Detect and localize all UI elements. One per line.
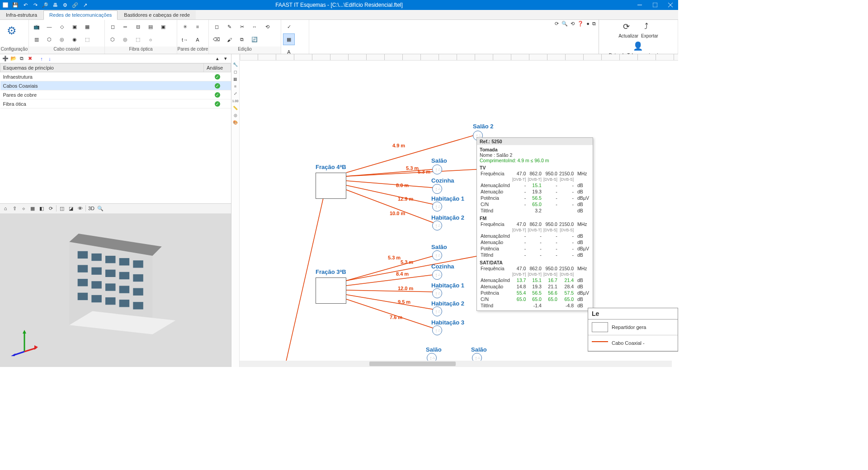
socket-hab2-3b[interactable]: ⋮∴ — [432, 306, 442, 316]
schema-row[interactable]: Cabos Coaxiais✓ — [0, 81, 231, 90]
undo-icon[interactable]: ↶ — [22, 1, 29, 9]
tab-redes[interactable]: Redes de telecomunicações — [43, 10, 118, 20]
edit-a-icon[interactable]: ◻ — [211, 21, 222, 33]
socket-hab2-4b[interactable]: ⋮∴ — [432, 221, 442, 230]
copy-icon[interactable]: ⧉ — [18, 55, 25, 62]
socket-cozinha-3b[interactable]: ⋮∴ — [432, 270, 442, 280]
v3d-zoom-icon[interactable]: 🔍 — [97, 205, 104, 212]
edit-b-icon[interactable]: ✎ — [223, 21, 235, 33]
edit-copy-icon[interactable]: ⧉ — [236, 34, 248, 46]
distribution-box-3b[interactable] — [316, 277, 346, 304]
socket-hab1-4b[interactable]: ⋮∴ — [432, 202, 442, 212]
fibra-i-icon[interactable]: ○ — [145, 34, 156, 46]
socket-cozinha-4b[interactable]: ⋮∴ — [432, 184, 442, 194]
tool-target-icon[interactable]: ◎ — [232, 112, 239, 118]
v3d-i-icon[interactable]: 👁 — [76, 205, 84, 212]
tool-measure-icon[interactable]: 📏 — [232, 105, 239, 111]
fibra-a-icon[interactable]: ◻ — [107, 21, 118, 33]
edit-c-icon[interactable]: ✂ — [236, 21, 248, 33]
pares-a-icon[interactable]: ✳ — [179, 21, 191, 33]
socket-hab1-3b[interactable]: ⋮∴ — [432, 288, 442, 298]
move-down-icon[interactable]: ↓ — [46, 55, 53, 62]
move-up-icon[interactable]: ↑ — [38, 55, 45, 62]
tab-infra[interactable]: Infra-estrutura — [0, 10, 43, 19]
tool-100-icon[interactable]: 1.00 — [232, 98, 239, 104]
coax-device-icon[interactable]: ▥ — [31, 34, 42, 46]
pares-c-icon[interactable]: t→ — [179, 34, 191, 46]
close-button[interactable] — [663, 0, 678, 10]
pares-b-icon[interactable]: ≡ — [192, 21, 203, 33]
export-icon[interactable]: ↗ — [81, 1, 89, 9]
distribution-box-4b[interactable] — [316, 173, 346, 199]
fibra-b-icon[interactable]: ═ — [119, 21, 131, 33]
rh-a-icon[interactable]: ⟳ — [555, 21, 559, 27]
calc-check-icon[interactable]: ✓ — [283, 21, 295, 33]
expand-icon[interactable]: ▾ — [222, 55, 229, 62]
pares-d-icon[interactable]: A — [192, 34, 203, 46]
schema-row[interactable]: Infraestrutura✓ — [0, 72, 231, 81]
tool-line-icon[interactable]: ≡ — [232, 83, 239, 89]
find-icon[interactable]: 🔎 — [42, 1, 49, 9]
socket-salao-4b[interactable]: ⋮∴ — [432, 164, 442, 174]
redo-icon[interactable]: ↷ — [32, 1, 39, 9]
fibra-f-icon[interactable]: ⬡ — [107, 34, 118, 46]
rh-e-icon[interactable]: ● — [586, 21, 590, 27]
3d-viewport[interactable] — [0, 214, 231, 367]
fibra-e-icon[interactable]: ▣ — [157, 21, 169, 33]
v3d-h-icon[interactable]: ◪ — [67, 205, 75, 212]
config-gear-icon[interactable]: ⚙ — [2, 21, 22, 41]
v3d-c-icon[interactable]: ⟐ — [20, 205, 27, 212]
coax-amp-icon[interactable]: ▣ — [69, 21, 80, 33]
delete-icon[interactable]: ✖ — [26, 55, 33, 62]
coax-a-icon[interactable]: ⬡ — [43, 34, 55, 46]
calc-grid-icon[interactable]: ▦ — [283, 33, 295, 45]
rh-f-icon[interactable]: ⧉ — [592, 21, 596, 27]
tab-bastidores[interactable]: Bastidores e cabeças de rede — [118, 10, 196, 19]
settings-icon[interactable]: ⚙ — [61, 1, 69, 9]
edit-brush-icon[interactable]: 🖌 — [223, 34, 235, 46]
v3d-f-icon[interactable]: ⟳ — [47, 205, 54, 212]
v3d-g-icon[interactable]: ◫ — [58, 205, 66, 212]
coax-b-icon[interactable]: ◎ — [56, 34, 68, 46]
coax-chip-icon[interactable]: ▦ — [81, 21, 93, 33]
bim-export-button[interactable]: ⤴Exportar — [641, 22, 658, 38]
tool-wrench-icon[interactable]: 🔧 — [232, 61, 239, 68]
coax-tv-icon[interactable]: 📺 — [31, 21, 42, 33]
open-icon[interactable]: 📂 — [10, 55, 17, 62]
fibra-g-icon[interactable]: ◎ — [119, 34, 131, 46]
v3d-b-icon[interactable]: ⇪ — [11, 205, 18, 212]
fibra-h-icon[interactable]: ⬚ — [132, 34, 144, 46]
v3d-a-icon[interactable]: ⌂ — [2, 205, 9, 212]
add-icon[interactable]: ➕ — [2, 55, 9, 62]
edit-d-icon[interactable]: ↔ — [249, 21, 260, 33]
coax-d-icon[interactable]: ⬚ — [81, 34, 93, 46]
fibra-d-icon[interactable]: ▤ — [145, 21, 156, 33]
tool-scale-icon[interactable]: ⤢ — [232, 90, 239, 97]
tool-select-icon[interactable]: ◻ — [232, 69, 239, 75]
schema-row[interactable]: Fibra ótica✓ — [0, 99, 231, 108]
coax-connector-icon[interactable]: — — [43, 21, 55, 33]
rh-d-icon[interactable]: ❓ — [577, 21, 584, 27]
rh-b-icon[interactable]: 🔍 — [561, 21, 568, 27]
rh-c-icon[interactable]: ⟲ — [571, 21, 575, 27]
edit-e-icon[interactable]: ⟲ — [261, 21, 273, 33]
maximize-button[interactable] — [647, 0, 663, 10]
schema-row[interactable]: Pares de cobre✓ — [0, 90, 231, 99]
print-icon[interactable]: 🖶 — [52, 1, 59, 9]
collapse-icon[interactable]: ▴ — [214, 55, 221, 62]
edit-erase-icon[interactable]: ⌫ — [211, 34, 222, 46]
tool-color-icon[interactable]: 🎨 — [232, 119, 239, 126]
edit-refresh-icon[interactable]: 🔄 — [249, 34, 260, 46]
v3d-3d-icon[interactable]: 3D — [88, 205, 95, 212]
schematic-canvas[interactable]: 🔧 ◻ ▦ ≡ ⤢ 1.00 📏 ◎ 🎨 — [231, 54, 678, 367]
bim-update-button[interactable]: ⟳Actualizar — [618, 22, 638, 38]
tool-grid-icon[interactable]: ▦ — [232, 76, 239, 82]
fibra-c-icon[interactable]: ⊟ — [132, 21, 144, 33]
v3d-e-icon[interactable]: ◧ — [38, 205, 45, 212]
socket-salao-3b[interactable]: ⋮∴ — [432, 250, 442, 260]
minimize-button[interactable] — [632, 0, 647, 10]
coax-c-icon[interactable]: ◉ — [69, 34, 80, 46]
v3d-d-icon[interactable]: ▦ — [29, 205, 36, 212]
save-icon[interactable]: 💾 — [12, 1, 19, 9]
scrollbar-horizontal[interactable] — [240, 361, 672, 367]
